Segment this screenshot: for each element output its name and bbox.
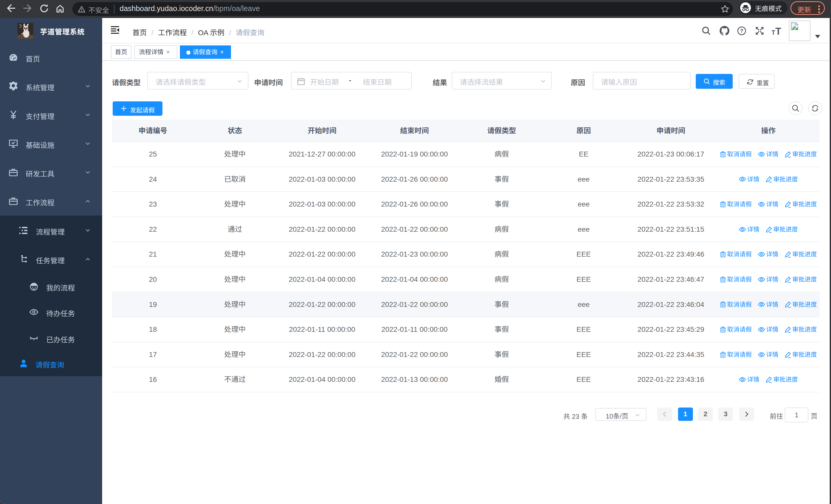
svg-text:T: T [771,29,775,35]
svg-text:?: ? [740,28,744,34]
svg-text:T: T [775,26,781,35]
